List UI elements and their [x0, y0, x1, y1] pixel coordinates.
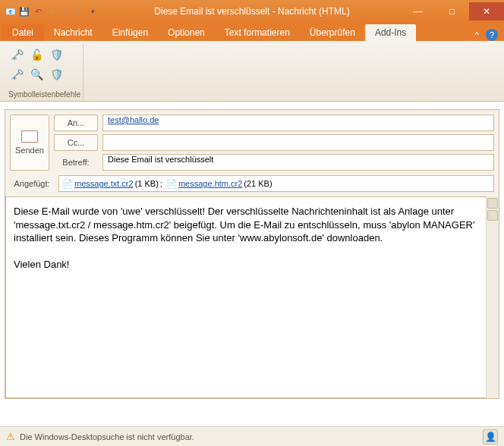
- maximize-button[interactable]: □: [435, 2, 469, 20]
- tab-add-ins[interactable]: Add-Ins: [365, 24, 416, 41]
- attachments-field[interactable]: 📄 message.txt.cr2 (1 KB); 📄 message.htm.…: [58, 175, 494, 192]
- compose-panel: Senden An... test@hallo.de Cc... Betreff…: [5, 109, 499, 399]
- warning-icon: ⚠: [6, 431, 15, 442]
- tool-icon-2[interactable]: 🔓: [29, 47, 44, 62]
- tab-text-formatieren[interactable]: Text formatieren: [215, 24, 300, 41]
- compose-header: Senden An... test@hallo.de Cc... Betreff…: [5, 110, 499, 175]
- qat-dropdown-icon[interactable]: ▾: [87, 5, 99, 17]
- message-body[interactable]: Diese E-Mail wurde von 'uwe' verschlüsse…: [5, 196, 499, 398]
- window-title: Diese Email ist verschlüsselt - Nachrich…: [154, 6, 349, 17]
- status-bar: ⚠ Die Windows-Desktopsuche ist nicht ver…: [0, 426, 504, 446]
- minimize-button[interactable]: —: [401, 2, 435, 20]
- window-controls: — □ ✕: [401, 2, 504, 20]
- collapse-ribbon-icon[interactable]: ^: [471, 29, 483, 41]
- tab-optionen[interactable]: Optionen: [158, 24, 215, 41]
- undo-icon[interactable]: ↶: [32, 5, 44, 17]
- attachment-1-size: (1 KB): [135, 179, 159, 188]
- cc-button[interactable]: Cc...: [54, 134, 98, 151]
- send-label: Senden: [15, 146, 44, 155]
- help-icon[interactable]: ?: [486, 29, 498, 41]
- tool-icon-3[interactable]: 🛡️: [49, 47, 64, 62]
- attachment-2-size: (21 KB): [244, 179, 272, 188]
- side-inspector: [486, 196, 499, 398]
- tab-file[interactable]: Datei: [2, 24, 44, 41]
- tab-ueberpruefen[interactable]: Überprüfen: [300, 24, 365, 41]
- subject-field[interactable]: Diese Email ist verschlüsselt: [102, 154, 494, 171]
- ribbon-tabs: Datei Nachricht Einfügen Optionen Text f…: [0, 23, 504, 41]
- attached-label: Angefügt:: [10, 179, 54, 188]
- body-para-1: Diese E-Mail wurde von 'uwe' verschlüsse…: [14, 205, 478, 245]
- ribbon-group-icons: 🗝️ 🔓 🛡️ 🗝️ 🔍 🛡️: [6, 44, 83, 90]
- send-button[interactable]: Senden: [10, 115, 49, 171]
- to-value[interactable]: test@hallo.de: [108, 115, 159, 124]
- inspector-button-1[interactable]: [487, 198, 498, 209]
- tab-nachricht[interactable]: Nachricht: [44, 24, 102, 41]
- inspector-button-2[interactable]: [487, 210, 498, 221]
- attachments-row: Angefügt: 📄 message.txt.cr2 (1 KB); 📄 me…: [5, 175, 499, 196]
- quick-access-toolbar: 📧 💾 ↶ ↷ ↑ ↓ ▾: [0, 5, 103, 17]
- tool-icon-1[interactable]: 🗝️: [9, 47, 24, 62]
- status-text: Die Windows-Desktopsuche ist nicht verfü…: [20, 432, 194, 441]
- subject-label: Betreff:: [54, 158, 98, 167]
- attachment-1-name[interactable]: message.txt.cr2: [74, 179, 134, 188]
- cc-field[interactable]: [102, 134, 494, 151]
- compose-fields: An... test@hallo.de Cc... Betreff: Diese…: [54, 115, 494, 171]
- outlook-icon: 📧: [5, 5, 17, 17]
- body-wrap: Diese E-Mail wurde von 'uwe' verschlüsse…: [5, 196, 499, 398]
- ribbon: 🗝️ 🔓 🛡️ 🗝️ 🔍 🛡️ Symbolleistenbefehle: [0, 41, 504, 102]
- close-button[interactable]: ✕: [469, 2, 504, 20]
- tab-einfuegen[interactable]: Einfügen: [102, 24, 158, 41]
- ribbon-group-label: Symbolleistenbefehle: [6, 90, 83, 101]
- tool-icon-6[interactable]: 🛡️: [49, 67, 64, 82]
- redo-icon[interactable]: ↷: [46, 5, 58, 17]
- save-icon[interactable]: 💾: [18, 5, 30, 17]
- title-bar: 📧 💾 ↶ ↷ ↑ ↓ ▾ Diese Email ist verschlüss…: [0, 0, 504, 23]
- to-button[interactable]: An...: [54, 115, 98, 131]
- attachment-2-name[interactable]: message.htm.cr2: [178, 179, 242, 188]
- tool-icon-5[interactable]: 🔍: [29, 67, 44, 82]
- prev-icon[interactable]: ↑: [59, 5, 71, 17]
- person-icon[interactable]: 👤: [483, 429, 498, 444]
- body-para-2: Vielen Dank!: [14, 258, 478, 272]
- envelope-icon: [21, 130, 38, 143]
- next-icon[interactable]: ↓: [73, 5, 85, 17]
- ribbon-group-toolbar: 🗝️ 🔓 🛡️ 🗝️ 🔍 🛡️ Symbolleistenbefehle: [6, 44, 83, 101]
- help-area: ^ ?: [471, 29, 504, 41]
- tool-icon-4[interactable]: 🗝️: [9, 67, 24, 82]
- to-field[interactable]: test@hallo.de: [102, 115, 494, 131]
- attachment-icon: 📄: [166, 179, 177, 189]
- attachment-icon: 📄: [62, 179, 73, 189]
